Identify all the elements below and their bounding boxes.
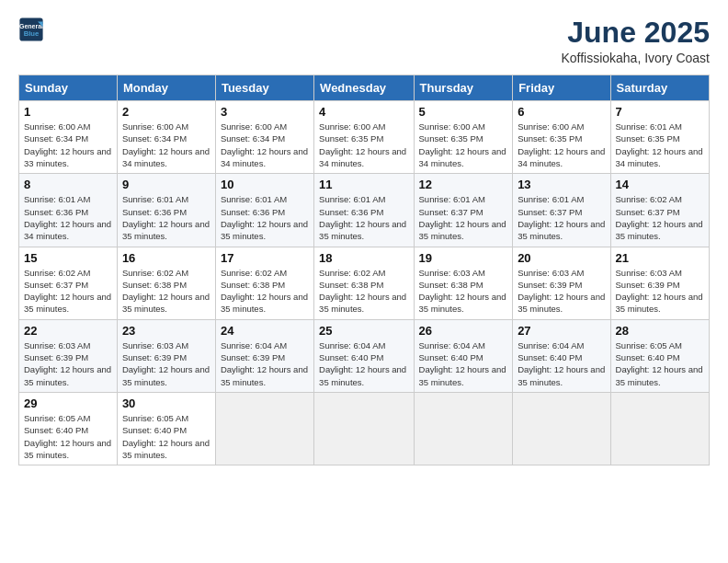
table-row: 23 Sunrise: 6:03 AMSunset: 6:39 PMDaylig… <box>117 319 215 392</box>
day-info: Sunrise: 6:03 AMSunset: 6:39 PMDaylight:… <box>24 340 111 387</box>
page: General Blue June 2025 Koffissiokaha, Iv… <box>0 0 728 563</box>
day-number: 25 <box>319 324 408 338</box>
day-number: 2 <box>122 105 210 119</box>
day-number: 6 <box>518 105 605 119</box>
table-row: 19 Sunrise: 6:03 AMSunset: 6:38 PMDaylig… <box>414 247 513 319</box>
table-row: 17 Sunrise: 6:02 AMSunset: 6:38 PMDaylig… <box>215 247 313 319</box>
day-info: Sunrise: 6:00 AMSunset: 6:35 PMDaylight:… <box>419 121 506 168</box>
day-number: 24 <box>221 324 309 338</box>
header: General Blue June 2025 Koffissiokaha, Iv… <box>18 17 710 65</box>
day-number: 20 <box>518 251 605 265</box>
calendar-row: 22 Sunrise: 6:03 AMSunset: 6:39 PMDaylig… <box>19 319 710 392</box>
day-number: 8 <box>24 178 112 191</box>
logo: General Blue <box>18 17 48 42</box>
table-row: 10 Sunrise: 6:01 AMSunset: 6:36 PMDaylig… <box>215 174 313 247</box>
day-info: Sunrise: 6:05 AMSunset: 6:40 PMDaylight:… <box>616 340 703 387</box>
day-info: Sunrise: 6:01 AMSunset: 6:37 PMDaylight:… <box>518 194 605 241</box>
day-info: Sunrise: 6:04 AMSunset: 6:40 PMDaylight:… <box>518 340 605 387</box>
header-thursday: Thursday <box>414 75 513 101</box>
header-tuesday: Tuesday <box>215 75 313 101</box>
weekday-header-row: Sunday Monday Tuesday Wednesday Thursday… <box>19 75 710 101</box>
table-row: 6 Sunrise: 6:00 AMSunset: 6:35 PMDayligh… <box>513 101 610 174</box>
calendar-row: 15 Sunrise: 6:02 AMSunset: 6:37 PMDaylig… <box>19 247 710 319</box>
day-info: Sunrise: 6:03 AMSunset: 6:39 PMDaylight:… <box>518 268 605 315</box>
table-row <box>513 392 610 465</box>
table-row: 14 Sunrise: 6:02 AMSunset: 6:37 PMDaylig… <box>610 174 709 247</box>
day-number: 29 <box>24 396 112 410</box>
table-row: 24 Sunrise: 6:04 AMSunset: 6:39 PMDaylig… <box>215 319 313 392</box>
calendar-row: 8 Sunrise: 6:01 AMSunset: 6:36 PMDayligh… <box>19 174 710 247</box>
day-number: 7 <box>616 105 704 119</box>
table-row: 18 Sunrise: 6:02 AMSunset: 6:38 PMDaylig… <box>314 247 414 319</box>
day-number: 28 <box>616 324 704 338</box>
day-number: 14 <box>616 178 704 191</box>
calendar-row: 29 Sunrise: 6:05 AMSunset: 6:40 PMDaylig… <box>19 392 710 465</box>
table-row: 16 Sunrise: 6:02 AMSunset: 6:38 PMDaylig… <box>117 247 215 319</box>
table-row: 3 Sunrise: 6:00 AMSunset: 6:34 PMDayligh… <box>215 101 313 174</box>
day-number: 19 <box>419 251 508 265</box>
day-number: 26 <box>419 324 508 338</box>
day-number: 5 <box>419 105 508 119</box>
day-info: Sunrise: 6:01 AMSunset: 6:36 PMDaylight:… <box>221 194 308 241</box>
day-number: 30 <box>122 396 210 410</box>
day-number: 21 <box>616 251 704 265</box>
table-row: 2 Sunrise: 6:00 AMSunset: 6:34 PMDayligh… <box>117 101 215 174</box>
table-row: 30 Sunrise: 6:05 AMSunset: 6:40 PMDaylig… <box>117 392 215 465</box>
table-row: 7 Sunrise: 6:01 AMSunset: 6:35 PMDayligh… <box>610 101 709 174</box>
table-row: 5 Sunrise: 6:00 AMSunset: 6:35 PMDayligh… <box>414 101 513 174</box>
calendar-table: Sunday Monday Tuesday Wednesday Thursday… <box>18 75 710 465</box>
header-sunday: Sunday <box>19 75 118 101</box>
day-number: 9 <box>122 178 210 191</box>
day-info: Sunrise: 6:01 AMSunset: 6:36 PMDaylight:… <box>122 194 210 241</box>
day-info: Sunrise: 6:01 AMSunset: 6:35 PMDaylight:… <box>616 121 703 168</box>
table-row: 21 Sunrise: 6:03 AMSunset: 6:39 PMDaylig… <box>610 247 709 319</box>
logo-icon: General Blue <box>18 17 44 42</box>
table-row: 12 Sunrise: 6:01 AMSunset: 6:37 PMDaylig… <box>414 174 513 247</box>
day-number: 4 <box>319 105 408 119</box>
day-info: Sunrise: 6:04 AMSunset: 6:40 PMDaylight:… <box>419 340 506 387</box>
day-info: Sunrise: 6:02 AMSunset: 6:37 PMDaylight:… <box>616 194 703 241</box>
month-title: June 2025 <box>561 17 710 49</box>
day-number: 23 <box>122 324 210 338</box>
day-number: 27 <box>518 324 605 338</box>
title-block: June 2025 Koffissiokaha, Ivory Coast <box>561 17 710 65</box>
day-number: 15 <box>24 251 112 265</box>
table-row: 20 Sunrise: 6:03 AMSunset: 6:39 PMDaylig… <box>513 247 610 319</box>
table-row <box>314 392 414 465</box>
table-row: 11 Sunrise: 6:01 AMSunset: 6:36 PMDaylig… <box>314 174 414 247</box>
day-info: Sunrise: 6:00 AMSunset: 6:34 PMDaylight:… <box>221 121 308 168</box>
day-number: 18 <box>319 251 408 265</box>
calendar-row: 1 Sunrise: 6:00 AMSunset: 6:34 PMDayligh… <box>19 101 710 174</box>
table-row: 28 Sunrise: 6:05 AMSunset: 6:40 PMDaylig… <box>610 319 709 392</box>
day-info: Sunrise: 6:04 AMSunset: 6:39 PMDaylight:… <box>221 340 308 387</box>
day-info: Sunrise: 6:05 AMSunset: 6:40 PMDaylight:… <box>122 413 210 460</box>
table-row: 15 Sunrise: 6:02 AMSunset: 6:37 PMDaylig… <box>19 247 118 319</box>
table-row: 27 Sunrise: 6:04 AMSunset: 6:40 PMDaylig… <box>513 319 610 392</box>
table-row <box>215 392 313 465</box>
day-info: Sunrise: 6:05 AMSunset: 6:40 PMDaylight:… <box>24 413 111 460</box>
day-info: Sunrise: 6:00 AMSunset: 6:34 PMDaylight:… <box>122 121 210 168</box>
table-row: 9 Sunrise: 6:01 AMSunset: 6:36 PMDayligh… <box>117 174 215 247</box>
day-info: Sunrise: 6:03 AMSunset: 6:39 PMDaylight:… <box>616 268 703 315</box>
header-monday: Monday <box>117 75 215 101</box>
table-row: 13 Sunrise: 6:01 AMSunset: 6:37 PMDaylig… <box>513 174 610 247</box>
day-info: Sunrise: 6:03 AMSunset: 6:38 PMDaylight:… <box>419 268 506 315</box>
header-friday: Friday <box>513 75 610 101</box>
table-row: 8 Sunrise: 6:01 AMSunset: 6:36 PMDayligh… <box>19 174 118 247</box>
day-number: 12 <box>419 178 508 191</box>
day-info: Sunrise: 6:01 AMSunset: 6:36 PMDaylight:… <box>319 194 406 241</box>
day-number: 16 <box>122 251 210 265</box>
table-row: 26 Sunrise: 6:04 AMSunset: 6:40 PMDaylig… <box>414 319 513 392</box>
day-number: 11 <box>319 178 408 191</box>
day-info: Sunrise: 6:02 AMSunset: 6:37 PMDaylight:… <box>24 268 111 315</box>
day-info: Sunrise: 6:00 AMSunset: 6:34 PMDaylight:… <box>24 121 111 168</box>
day-info: Sunrise: 6:01 AMSunset: 6:37 PMDaylight:… <box>419 194 506 241</box>
day-info: Sunrise: 6:00 AMSunset: 6:35 PMDaylight:… <box>319 121 406 168</box>
header-saturday: Saturday <box>610 75 709 101</box>
day-info: Sunrise: 6:00 AMSunset: 6:35 PMDaylight:… <box>518 121 605 168</box>
day-number: 3 <box>221 105 309 119</box>
day-number: 10 <box>221 178 309 191</box>
day-info: Sunrise: 6:02 AMSunset: 6:38 PMDaylight:… <box>221 268 308 315</box>
table-row: 4 Sunrise: 6:00 AMSunset: 6:35 PMDayligh… <box>314 101 414 174</box>
day-number: 22 <box>24 324 112 338</box>
